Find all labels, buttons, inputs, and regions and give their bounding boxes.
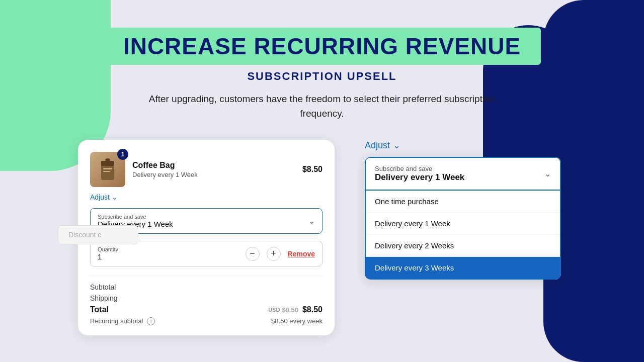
product-icon <box>98 157 117 182</box>
item-badge: 1 <box>117 149 128 160</box>
chevron-down-icon: ⌄ <box>112 193 118 201</box>
item-price: $8.50 <box>302 165 323 174</box>
svg-rect-1 <box>101 161 114 166</box>
chevron-down-icon-right: ⌄ <box>393 140 400 151</box>
discount-field[interactable]: Discount c <box>58 225 138 244</box>
dropdown-option-2[interactable]: Delivery every 2 Weeks <box>366 235 560 257</box>
description: After upgrading, customers have the free… <box>146 92 498 121</box>
dropdown-chevron-icon: ⌄ <box>308 216 315 226</box>
remove-button[interactable]: Remove <box>288 250 315 258</box>
dropdown-header-text: Subscribe and save Delivery every 1 Week <box>375 165 464 183</box>
quantity-minus-button[interactable]: − <box>246 247 260 261</box>
panels-row: Discount c 1 <box>48 140 596 335</box>
quantity-controls: − + Remove <box>246 247 315 261</box>
total-row: Total USD $8.50 $8.50 <box>90 305 323 314</box>
item-name: Coffee Bag <box>132 161 295 170</box>
dropdown-option-1[interactable]: Delivery every 1 Week <box>366 213 560 235</box>
subtotal-row: Subtotal <box>90 283 323 291</box>
dropdown-card: Subscribe and save Delivery every 1 Week… <box>365 157 561 280</box>
adjust-link-left[interactable]: Adjust ⌄ <box>90 193 323 201</box>
info-icon[interactable]: i <box>147 317 155 325</box>
cart-totals: Subtotal Shipping Total USD $8.50 $8.50 <box>90 276 323 325</box>
item-info: Coffee Bag Delivery every 1 Week <box>132 161 295 178</box>
header-banner: INCREASE RECURRING REVENUE <box>103 28 541 65</box>
dropdown-option-3[interactable]: Delivery every 3 Weeks <box>366 257 560 279</box>
quantity-row: Quantity 1 − + Remove <box>90 241 323 266</box>
cart-panel: Discount c 1 <box>78 140 335 335</box>
dropdown-option-0[interactable]: One time purchase <box>366 191 560 213</box>
main-title: INCREASE RECURRING REVENUE <box>123 33 521 60</box>
dropdown-options: One time purchaseDelivery every 1 WeekDe… <box>365 191 561 280</box>
cart-item-row: 1 Coffee Bag Delivery every 1 Week $8.50 <box>90 152 323 187</box>
svg-rect-3 <box>103 171 110 172</box>
total-amount: USD $8.50 $8.50 <box>268 305 323 314</box>
adjust-link-right[interactable]: Adjust ⌄ <box>365 140 566 151</box>
shipping-row: Shipping <box>90 294 323 302</box>
recurring-row: Recurring subtotal i $8.50 every week <box>90 317 323 325</box>
right-panel: Adjust ⌄ Subscribe and save Delivery eve… <box>365 140 566 280</box>
quantity-info: Quantity 1 <box>98 246 118 261</box>
product-image-wrap: 1 <box>90 152 125 187</box>
subtitle: SUBSCRIPTION UPSELL <box>247 70 396 83</box>
item-delivery: Delivery every 1 Week <box>132 171 295 178</box>
dropdown-header[interactable]: Subscribe and save Delivery every 1 Week… <box>365 157 561 191</box>
quantity-plus-button[interactable]: + <box>267 247 281 261</box>
recurring-label: Recurring subtotal i <box>90 317 155 325</box>
dropdown-header-chevron-icon: ⌄ <box>544 169 551 178</box>
svg-rect-2 <box>103 168 112 169</box>
svg-point-4 <box>105 158 110 161</box>
